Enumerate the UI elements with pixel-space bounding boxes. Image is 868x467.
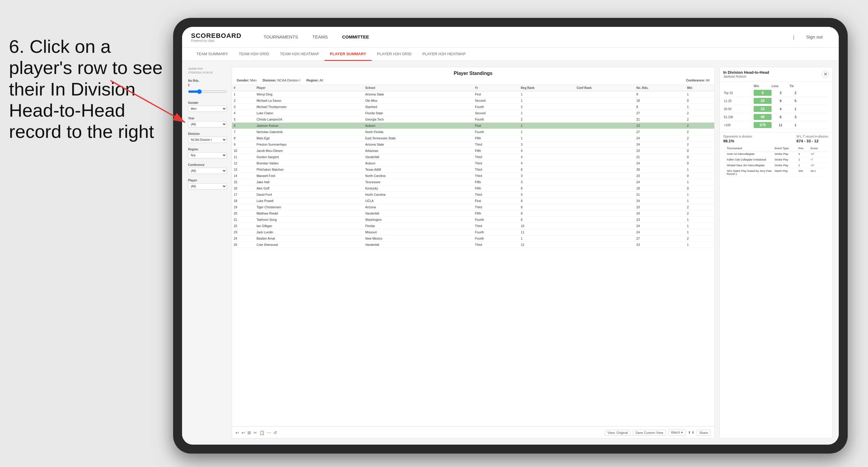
cell-conf [575, 154, 634, 160]
nav-tournaments[interactable]: TOURNAMENTS [256, 27, 305, 48]
table-row[interactable]: 11 Gordon Sargent Vanderbilt Third 4 21 … [232, 154, 714, 160]
redo-icon[interactable]: ↩ [242, 430, 245, 435]
left-sidebar: Update time: 27/03/2024 16:56:26 No Rds.… [188, 67, 227, 439]
cell-num: 22 [232, 223, 255, 229]
table-header-row: # Player School Yr Reg Rank Conf Rank No… [232, 85, 714, 91]
table-row[interactable]: 25 Cole Sherwood Vanderbilt Third 12 23 … [232, 242, 714, 248]
table-row[interactable]: 22 Ian Gilligan Florida Third 10 24 1 [232, 223, 714, 229]
paste-icon[interactable]: 📋 [259, 430, 265, 435]
header-separator: | [793, 35, 794, 40]
more-icon[interactable]: ⋯ [267, 430, 271, 435]
share-button[interactable]: Share [697, 430, 711, 436]
table-row[interactable]: 3 Michael Thorbjornsen Stanford Fourth 2… [232, 104, 714, 110]
h2h-loss-value: 11 [772, 123, 789, 127]
cell-school: Auburn [364, 123, 473, 129]
cell-num: 5 [232, 116, 255, 123]
table-row[interactable]: 9 Preston Summerhays Arizona State Third… [232, 142, 714, 148]
tab-player-h2h-grid[interactable]: PLAYER H2H GRID [372, 48, 417, 61]
nav-committee[interactable]: COMMITTEE [335, 27, 376, 48]
opponents-pct: 98.1% [723, 139, 752, 143]
table-row[interactable]: 8 Mats Ege East Tennessee State Fifth 1 … [232, 135, 714, 142]
division-label: Division [188, 132, 227, 135]
save-custom-button[interactable]: Save Custom View [633, 430, 666, 436]
cell-school: North Carolina [364, 173, 473, 179]
tab-player-summary[interactable]: PLAYER SUMMARY [324, 48, 372, 61]
cell-conf [575, 242, 634, 248]
table-row[interactable]: 6 Jackson Koivun Auburn First 1 23 2 [232, 123, 714, 129]
cell-rds: 19 [634, 185, 685, 192]
table-row[interactable]: 4 Luke Claton Florida State Second 1 27 … [232, 110, 714, 116]
h2h-row-label: 26-50 [724, 107, 754, 111]
table-row[interactable]: 20 Matthew Riedel Vanderbilt Fifth 8 24 … [232, 210, 714, 217]
region-select[interactable]: N/a [188, 152, 227, 158]
table-row[interactable]: 12 Brendan Valdes Auburn Third 4 24 0 [232, 160, 714, 166]
table-row[interactable]: 18 Luke Powell UCLA First 8 24 1 [232, 198, 714, 204]
nav-teams[interactable]: TEAMS [305, 27, 335, 48]
table-row[interactable]: 10 Jacob Mou-Olesen Arkansas Fifth 4 23 … [232, 148, 714, 154]
table-row[interactable]: 19 Tiger Christensen Arizona Third 8 23 … [232, 204, 714, 210]
player-select[interactable]: (All) [188, 183, 227, 189]
tournament-type: Stroke Play [775, 164, 799, 167]
h2h-col-tie: Tie [789, 85, 801, 88]
no-rds-slider[interactable] [188, 89, 227, 94]
cell-player: Wenyi Ding [255, 91, 363, 98]
cell-win: 0 [685, 185, 714, 192]
tab-team-summary[interactable]: TEAM SUMMARY [191, 48, 234, 61]
cell-win: 1 [685, 198, 714, 204]
year-label: Year [188, 117, 227, 120]
h2h-win-value: 8 [754, 90, 772, 96]
table-row[interactable]: 7 Nicholas Gabrelcik North Florida Fourt… [232, 129, 714, 135]
cell-school: Arizona [364, 204, 473, 210]
tournament-pos: 2 [799, 164, 810, 167]
tab-player-h2h-heatmap[interactable]: PLAYER H2H HEATMAP [417, 48, 471, 61]
table-row[interactable]: 1 Wenyi Ding Arizona State First 1 8 1 [232, 91, 714, 98]
cell-conf [575, 192, 634, 198]
tournament-score: 18-1 [810, 169, 825, 176]
table-row[interactable]: 2 Michael La Sasso Ole Miss Second 1 18 … [232, 98, 714, 104]
table-row[interactable]: 21 Taehoon Song Washington Fourth 6 23 1 [232, 217, 714, 223]
cell-school: Arizona State [364, 91, 473, 98]
cell-school: Vanderbilt [364, 242, 473, 248]
division-select[interactable]: NCAA Division I [188, 137, 227, 143]
logo-sub-text: Powered by clippi [191, 39, 242, 42]
tab-team-h2h-heatmap[interactable]: TEAM H2H HEATMAP [275, 48, 324, 61]
undo-icon[interactable]: ↩ [236, 430, 239, 435]
cell-yr: Third [473, 204, 519, 210]
table-row[interactable]: 15 Jake Hall Tennessee Fifth 3 24 1 [232, 179, 714, 185]
h2h-tie-value: 2 [789, 91, 801, 95]
h2h-close-button[interactable]: ✕ [822, 71, 829, 78]
cell-num: 13 [232, 166, 255, 173]
cell-win: 1 [685, 192, 714, 198]
cell-conf [575, 148, 634, 154]
table-row[interactable]: 5 Christo Lamprecht Georgia Tech Fourth … [232, 116, 714, 123]
cell-win: 2 [685, 116, 714, 123]
table-row[interactable]: 16 Alex Goff Kentucky Fifth 8 19 0 [232, 185, 714, 192]
cell-num: 17 [232, 192, 255, 198]
cell-player: Preston Summerhays [255, 142, 363, 148]
table-row[interactable]: 24 Bastien Amat New Mexico Fourth 1 27 2 [232, 236, 714, 242]
conference-select[interactable]: (All) [188, 168, 227, 174]
cell-yr: Fourth [473, 229, 519, 236]
tournament-rows: Amer Ari Intercollegiate Stroke Play 4 -… [723, 151, 829, 177]
year-select[interactable]: (All) [188, 121, 227, 127]
table-row[interactable]: 17 David Ford North Carolina Third 5 21 … [232, 192, 714, 198]
gender-filter-label: Gender: Men [237, 79, 257, 82]
player-label: Player [188, 179, 227, 182]
table-row[interactable]: 23 Jack Lundin Missouri Fourth 11 24 1 [232, 229, 714, 236]
gender-select[interactable]: Men Women [188, 106, 227, 112]
copy-icon[interactable]: ⊞ [247, 430, 251, 435]
table-row[interactable]: 13 Phichaksn Maichon Texas A&M Third 6 3… [232, 166, 714, 173]
tournament-header: Tournament Event Type Pos Score [723, 146, 829, 151]
table-row[interactable]: 14 Maxwell Ford North Carolina Third 3 2… [232, 173, 714, 179]
sign-out-button[interactable]: Sign out [799, 27, 830, 48]
logo-main-text: SCOREBOARD [191, 32, 242, 40]
cell-school: Florida [364, 223, 473, 229]
tournament-row: SEC Match Play hosted by Jerry Pate Roun… [723, 168, 829, 177]
scissors-icon[interactable]: ✂ [253, 430, 257, 435]
tab-team-h2h-grid[interactable]: TEAM H2H GRID [234, 48, 275, 61]
watch-button[interactable]: Watch ▾ [668, 429, 686, 436]
cell-rds: 27 [634, 236, 685, 242]
cell-win: 1 [685, 179, 714, 185]
refresh-icon[interactable]: ↺ [273, 430, 277, 435]
view-original-button[interactable]: View: Original [605, 430, 630, 436]
